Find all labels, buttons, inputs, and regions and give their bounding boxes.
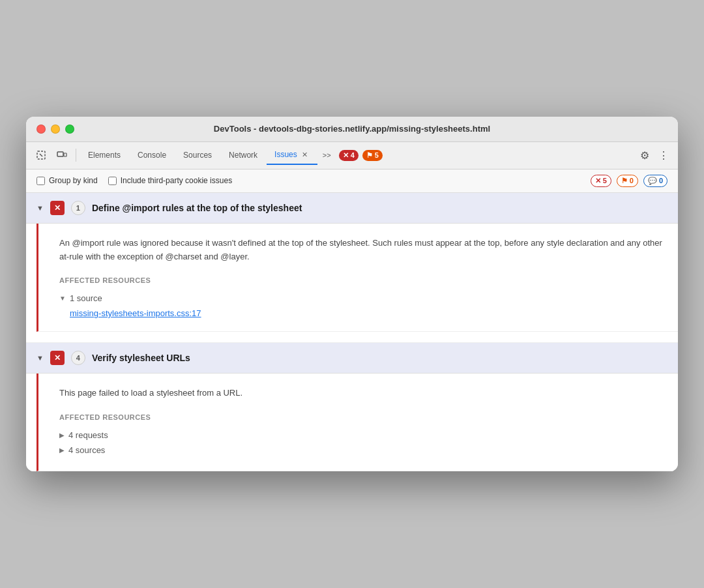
more-tabs-button[interactable]: >>	[319, 149, 335, 162]
filter-info-icon: 💬	[648, 177, 657, 185]
warning-count: 5	[375, 151, 379, 159]
issue-2-header[interactable]: ▼ ✕ 4 Verify stylesheet URLs	[26, 343, 678, 374]
group-by-kind-checkbox[interactable]	[37, 177, 45, 185]
issue-2-sources-label: 4 sources	[68, 445, 105, 455]
svg-rect-3	[64, 153, 66, 156]
filter-error-number: 5	[603, 177, 607, 184]
issues-content: ▼ ✕ 1 Define @import rules at the top of…	[26, 193, 678, 471]
tab-console[interactable]: Console	[130, 147, 174, 164]
issue-1-section: ▼ ✕ 1 Define @import rules at the top of…	[26, 193, 678, 332]
tab-issues[interactable]: Issues ✕	[267, 146, 317, 165]
issue-2-affected-label: AFFECTED RESOURCES	[59, 413, 662, 421]
group-by-kind-label: Group by kind	[49, 176, 98, 185]
issue-1-error-badge: ✕	[50, 201, 65, 215]
filter-warning-number: 0	[630, 177, 634, 184]
third-party-checkbox[interactable]	[108, 177, 117, 185]
third-party-label: Include third-party cookie issues	[121, 176, 232, 185]
issue-1-count-badge: 1	[71, 201, 85, 215]
traffic-lights	[37, 125, 74, 134]
issue-2-count-badge: 4	[71, 351, 85, 365]
svg-rect-2	[57, 152, 63, 156]
issue-2-body: This page failed to load a stylesheet fr…	[37, 374, 678, 471]
more-options-button[interactable]: ⋮	[654, 147, 673, 164]
issue-1-affected-label: AFFECTED RESOURCES	[59, 276, 662, 284]
minimize-button[interactable]	[51, 125, 60, 134]
issue-1-chevron[interactable]: ▼	[37, 204, 44, 212]
tab-sources[interactable]: Sources	[175, 147, 220, 164]
error-count: 4	[351, 151, 355, 159]
filter-badges: ✕ 5 ⚑ 0 💬 0	[591, 175, 667, 187]
toolbar-separator-1	[76, 149, 76, 162]
issue-2-description: This page failed to load a stylesheet fr…	[59, 387, 662, 400]
window-title: DevTools - devtools-dbg-stories.netlify.…	[214, 124, 490, 134]
filter-warning-count[interactable]: ⚑ 0	[617, 175, 638, 187]
issue-1-source-count: 1 source	[70, 293, 102, 303]
tab-elements[interactable]: Elements	[80, 147, 128, 164]
maximize-button[interactable]	[65, 125, 74, 134]
issue-1-description: An @import rule was ignored because it w…	[59, 237, 662, 264]
close-button[interactable]	[37, 125, 46, 134]
issue-2-sources-item[interactable]: ▶ 4 sources	[59, 443, 662, 458]
issues-tab-label: Issues	[274, 150, 297, 159]
error-icon: ✕	[343, 151, 349, 160]
warning-icon: ⚑	[366, 151, 373, 160]
error-badge[interactable]: ✕ 4	[339, 150, 359, 161]
filter-warning-icon: ⚑	[621, 177, 628, 185]
tab-network[interactable]: Network	[221, 147, 265, 164]
source-chevron-icon: ▼	[59, 295, 66, 302]
title-bar: DevTools - devtools-dbg-stories.netlify.…	[26, 117, 678, 142]
device-toolbar-button[interactable]	[52, 145, 72, 165]
issue-1-title: Define @import rules at the top of the s…	[92, 203, 302, 213]
group-by-kind-checkbox-label[interactable]: Group by kind	[37, 176, 98, 185]
settings-button[interactable]: ⚙	[636, 147, 653, 164]
devtools-window: DevTools - devtools-dbg-stories.netlify.…	[26, 117, 678, 471]
sources-chevron-icon: ▶	[59, 447, 65, 454]
requests-chevron-icon: ▶	[59, 432, 65, 439]
filter-info-number: 0	[659, 177, 663, 184]
inspect-element-button[interactable]	[31, 145, 51, 165]
toolbar: Elements Console Sources Network Issues …	[26, 142, 678, 169]
issue-2-error-badge: ✕	[50, 351, 65, 365]
filter-error-count[interactable]: ✕ 5	[591, 175, 611, 187]
filter-error-icon: ✕	[595, 177, 601, 185]
close-issues-tab[interactable]: ✕	[300, 150, 310, 160]
issue-1-source-summary[interactable]: ▼ 1 source	[59, 291, 662, 306]
issue-2-section: ▼ ✕ 4 Verify stylesheet URLs This page f…	[26, 342, 678, 471]
filter-info-count[interactable]: 💬 0	[643, 175, 667, 187]
third-party-checkbox-label[interactable]: Include third-party cookie issues	[108, 176, 232, 185]
warning-badge[interactable]: ⚑ 5	[362, 150, 383, 161]
issue-2-title: Verify stylesheet URLs	[92, 353, 190, 363]
issue-2-requests-item[interactable]: ▶ 4 requests	[59, 428, 662, 443]
cursor-icon	[36, 150, 46, 160]
issue-1-resource-link[interactable]: missing-stylesheets-imports.css:17	[59, 308, 662, 318]
issue-2-chevron[interactable]: ▼	[37, 354, 44, 362]
svg-line-1	[40, 154, 42, 156]
device-icon	[57, 150, 67, 160]
issue-2-requests-label: 4 requests	[68, 430, 108, 440]
filter-bar: Group by kind Include third-party cookie…	[26, 169, 678, 193]
issue-1-body: An @import rule was ignored because it w…	[37, 224, 678, 332]
issue-1-header[interactable]: ▼ ✕ 1 Define @import rules at the top of…	[26, 193, 678, 224]
